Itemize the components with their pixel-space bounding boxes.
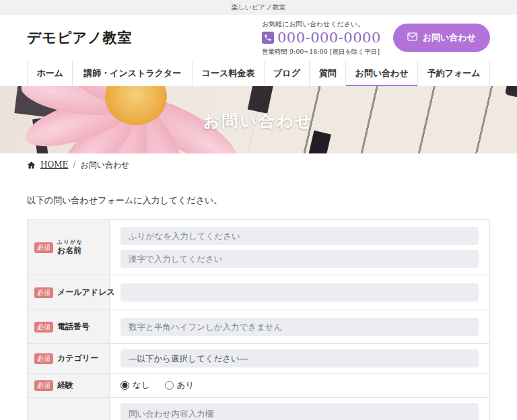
email-label-cell: 必須 メールアドレス [28,275,110,310]
breadcrumb-home-link[interactable]: HOME [40,160,68,170]
form-row-experience: 必須 経験 なし あり [28,374,489,398]
home-icon [27,161,36,170]
required-badge: 必須 [34,353,53,364]
contact-button[interactable]: お問い合わせ [393,24,490,52]
category-label: カテゴリー [57,353,98,363]
category-select[interactable]: —以下から選択してください— [120,349,479,368]
name-furigana-input[interactable] [120,227,479,245]
form-row-email: 必須 メールアドレス [28,275,489,310]
hero-banner: お問い合わせ [0,86,517,153]
nav-item-pricing[interactable]: コース料金表 [192,61,263,86]
experience-label-cell: 必須 経験 [28,374,110,397]
experience-radio-nashi[interactable] [120,381,129,390]
site-header: デモピアノ教室 お気軽にお問い合わせください。 000-000-0000 営業時… [0,15,517,61]
form-row-phone: 必須 電話番号 [28,310,489,344]
phone-input[interactable] [120,318,479,336]
nav-item-faq[interactable]: 質問 [309,61,345,86]
main-nav: ホーム 講師・インストラクター コース料金表 ブログ 質問 お問い合わせ 予約フ… [27,61,490,86]
breadcrumb: HOME / お問い合わせ [0,153,517,176]
required-badge: 必須 [34,380,53,391]
experience-label: 経験 [57,380,73,390]
name-label: お名前 [57,246,83,256]
header-contact-area: お気軽にお問い合わせください。 000-000-0000 営業時間 9:00~1… [262,20,490,57]
nav-item-reservation[interactable]: 予約フォーム [417,61,490,86]
experience-option-yes[interactable]: あり [165,380,195,391]
name-label-cell: 必須 ふりがな お名前 [28,220,110,275]
nav-item-instructors[interactable]: 講師・インストラクター [72,61,192,86]
phone-icon [262,32,274,44]
message-textarea[interactable] [120,403,479,420]
envelope-icon [407,32,417,43]
nav-item-home[interactable]: ホーム [27,61,72,86]
form-row-message [28,398,489,420]
name-furigana-caption: ふりがな [57,239,83,246]
email-input[interactable] [120,283,479,302]
nav-item-blog[interactable]: ブログ [264,61,310,86]
required-badge: 必須 [34,242,53,253]
message-label-cell [28,398,110,420]
site-logo[interactable]: デモピアノ教室 [27,28,132,47]
contact-note: お気軽にお問い合わせください。 [262,20,381,28]
main-content: 以下の問い合わせフォームに入力してください。 必須 ふりがな お名前 必須 メー… [0,195,517,420]
form-row-name: 必須 ふりがな お名前 [28,220,489,275]
site-tagline-bar: 楽しいピアノ教室 [0,0,517,15]
page-title: お問い合わせ [0,110,517,132]
site-tagline: 楽しいピアノ教室 [231,3,285,12]
required-badge: 必須 [34,287,53,298]
breadcrumb-separator: / [73,160,75,170]
phone-number[interactable]: 000-000-0000 [277,29,381,47]
experience-radio-ari[interactable] [165,381,174,390]
phone-label-cell: 必須 電話番号 [28,310,110,343]
experience-option-none[interactable]: なし [120,380,150,391]
category-label-cell: 必須 カテゴリー [28,344,110,373]
email-label: メールアドレス [57,287,115,298]
contact-form: 必須 ふりがな お名前 必須 メールアドレス [27,219,490,420]
experience-radio-group: なし あり [120,380,479,391]
contact-info: お気軽にお問い合わせください。 000-000-0000 営業時間 9:00~1… [262,20,381,57]
phone-label: 電話番号 [57,322,90,332]
contact-button-label: お問い合わせ [423,32,476,44]
breadcrumb-current: お問い合わせ [80,160,129,171]
required-badge: 必須 [34,322,53,332]
name-kanji-input[interactable] [120,250,479,268]
business-hours: 営業時間 9:00~18:00 [祝日を除く平日] [262,48,381,56]
form-row-category: 必須 カテゴリー —以下から選択してください— [28,344,489,374]
form-intro-text: 以下の問い合わせフォームに入力してください。 [27,195,490,207]
phone-row: 000-000-0000 [262,29,381,47]
nav-item-contact[interactable]: お問い合わせ [345,61,417,86]
